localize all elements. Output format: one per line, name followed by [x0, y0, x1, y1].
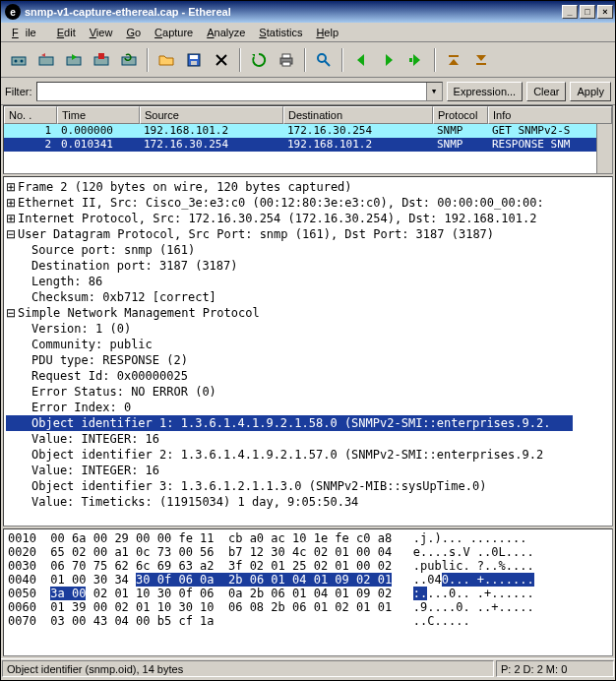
cell-proto: SNMP: [433, 138, 488, 152]
hex-row[interactable]: 0060 01 39 00 02 01 10 30 10 06 08 2b 06…: [8, 600, 534, 614]
cell-time: 0.000000: [57, 124, 140, 138]
title-bar: e snmp-v1-capture-ethereal.cap - Etherea…: [1, 1, 615, 23]
cell-src: 172.16.30.254: [140, 138, 283, 152]
maximize-button[interactable]: □: [580, 5, 595, 19]
options-icon[interactable]: [33, 47, 59, 73]
tree-child[interactable]: Request Id: 0x00000025: [6, 368, 612, 384]
tree-child[interactable]: Object identifier 2: 1.3.6.1.4.1.9.2.1.5…: [6, 447, 612, 463]
svg-rect-14: [282, 62, 290, 66]
packet-row[interactable]: 1 0.000000 192.168.101.2 172.16.30.254 S…: [4, 124, 596, 138]
minimize-button[interactable]: _: [562, 5, 578, 19]
restart-capture-icon[interactable]: [116, 47, 142, 73]
tree-child[interactable]: PDU type: RESPONSE (2): [6, 352, 612, 368]
hex-highlight: 30 0f 06 0a 2b 06 01 04 01 09 02 01: [136, 573, 392, 587]
save-icon[interactable]: [181, 47, 207, 73]
col-info[interactable]: Info: [488, 106, 612, 124]
filter-input[interactable]: [37, 83, 426, 100]
close-button[interactable]: ×: [597, 5, 613, 19]
cell-no: 1: [4, 124, 57, 138]
tree-frame[interactable]: ⊞Frame 2 (120 bytes on wire, 120 bytes c…: [6, 179, 612, 195]
tree-child[interactable]: Object identifier 3: 1.3.6.1.2.1.1.3.0 (…: [6, 478, 612, 494]
svg-point-2: [21, 59, 24, 62]
svg-rect-10: [190, 55, 198, 59]
tree-child-highlighted[interactable]: Object identifier 1: 1.3.6.1.4.1.9.2.1.5…: [6, 415, 612, 431]
clear-button[interactable]: Clear: [526, 82, 566, 101]
apply-button[interactable]: Apply: [570, 82, 611, 101]
stop-capture-icon[interactable]: [89, 47, 114, 73]
tree-child[interactable]: Value: INTEGER: 16: [6, 463, 612, 478]
col-time[interactable]: Time: [57, 106, 140, 124]
filter-combo[interactable]: ▾: [36, 82, 443, 101]
packet-list-body[interactable]: 1 0.000000 192.168.101.2 172.16.30.254 S…: [4, 124, 596, 173]
reload-icon[interactable]: [246, 47, 272, 73]
print-icon[interactable]: [274, 47, 299, 73]
menu-go[interactable]: Go: [119, 25, 148, 40]
col-no[interactable]: No. .: [4, 106, 57, 124]
menu-help[interactable]: Help: [309, 25, 345, 40]
close-file-icon[interactable]: [209, 47, 234, 73]
tree-snmp[interactable]: ⊟Simple Network Management Protocol: [6, 305, 612, 321]
menu-view[interactable]: View: [83, 25, 120, 40]
col-source[interactable]: Source: [140, 106, 283, 124]
tree-child[interactable]: Error Index: 0: [6, 400, 612, 415]
collapse-icon[interactable]: ⊟: [6, 226, 16, 242]
cell-info: RESPONSE SNM: [488, 138, 596, 152]
packet-details-pane[interactable]: ⊞Frame 2 (120 bytes on wire, 120 bytes c…: [3, 176, 613, 526]
go-back-icon[interactable]: [348, 47, 374, 73]
menu-file[interactable]: File: [5, 25, 50, 40]
collapse-icon[interactable]: ⊟: [6, 305, 16, 321]
app-icon: e: [5, 4, 21, 20]
tree-child[interactable]: Community: public: [6, 337, 612, 352]
svg-point-15: [318, 54, 326, 62]
chevron-down-icon[interactable]: ▾: [426, 83, 442, 100]
packet-list-pane: No. . Time Source Destination Protocol I…: [3, 105, 613, 174]
menu-bar: File Edit View Go Capture Analyze Statis…: [1, 23, 615, 42]
tree-child[interactable]: Value: Timeticks: (11915034) 1 day, 9:05…: [6, 494, 612, 510]
menu-capture[interactable]: Capture: [148, 25, 200, 40]
open-icon[interactable]: [154, 47, 179, 73]
interfaces-icon[interactable]: [6, 47, 31, 73]
svg-rect-17: [449, 55, 459, 57]
expand-icon[interactable]: ⊞: [6, 179, 16, 195]
expression-button[interactable]: Expression...: [447, 82, 524, 101]
hex-row[interactable]: 0070 03 00 43 04 00 b5 cf 1a ..C.....: [8, 614, 477, 628]
find-icon[interactable]: [311, 47, 337, 73]
go-to-packet-icon[interactable]: [403, 47, 429, 73]
cell-dst: 172.16.30.254: [283, 124, 433, 138]
hex-row[interactable]: 0020 65 02 00 a1 0c 73 00 56 b7 12 30 4c…: [8, 545, 534, 559]
menu-edit[interactable]: Edit: [50, 25, 83, 40]
hex-row[interactable]: 0010 00 6a 00 29 00 00 fe 11 cb a0 ac 10…: [8, 531, 526, 545]
go-first-icon[interactable]: [441, 47, 466, 73]
cell-info: GET SNMPv2-S: [488, 124, 596, 138]
list-scrollbar[interactable]: [596, 124, 612, 173]
filter-label: Filter:: [5, 86, 32, 97]
tree-ip[interactable]: ⊞Internet Protocol, Src: 172.16.30.254 (…: [6, 211, 612, 226]
tree-child[interactable]: Version: 1 (0): [6, 321, 612, 337]
filter-bar: Filter: ▾ Expression... Clear Apply: [1, 78, 615, 105]
tree-udp[interactable]: ⊟User Datagram Protocol, Src Port: snmp …: [6, 226, 612, 242]
go-forward-icon[interactable]: [376, 47, 401, 73]
expand-icon[interactable]: ⊞: [6, 211, 16, 226]
tree-child[interactable]: Error Status: NO ERROR (0): [6, 384, 612, 400]
svg-point-1: [15, 59, 18, 62]
expand-icon[interactable]: ⊞: [6, 195, 16, 211]
tree-ethernet[interactable]: ⊞Ethernet II, Src: Cisco_3e:e3:c0 (00:12…: [6, 195, 612, 211]
menu-analyze[interactable]: Analyze: [200, 25, 252, 40]
go-last-icon[interactable]: [468, 47, 494, 73]
start-capture-icon[interactable]: [61, 47, 87, 73]
packet-row-selected[interactable]: 2 0.010341 172.16.30.254 192.168.101.2 S…: [4, 138, 596, 152]
tree-child[interactable]: Checksum: 0xb712 [correct]: [6, 289, 612, 305]
hex-row[interactable]: 0050 3a 00 02 01 10 30 0f 06 0a 2b 06 01…: [8, 587, 534, 600]
tree-child[interactable]: Source port: snmp (161): [6, 242, 612, 258]
tree-child[interactable]: Value: INTEGER: 16: [6, 431, 612, 447]
col-protocol[interactable]: Protocol: [433, 106, 488, 124]
tree-child[interactable]: Destination port: 3187 (3187): [6, 258, 612, 274]
menu-statistics[interactable]: Statistics: [252, 25, 309, 40]
tree-child[interactable]: Length: 86: [6, 274, 612, 289]
packet-bytes-pane[interactable]: 0010 00 6a 00 29 00 00 fe 11 cb a0 ac 10…: [3, 528, 613, 656]
cell-dst: 192.168.101.2: [283, 138, 433, 152]
toolbar: [1, 42, 615, 78]
hex-row[interactable]: 0040 01 00 30 34 30 0f 06 0a 2b 06 01 04…: [8, 573, 534, 587]
hex-row[interactable]: 0030 06 70 75 62 6c 69 63 a2 3f 02 01 25…: [8, 559, 534, 573]
col-destination[interactable]: Destination: [283, 106, 433, 124]
